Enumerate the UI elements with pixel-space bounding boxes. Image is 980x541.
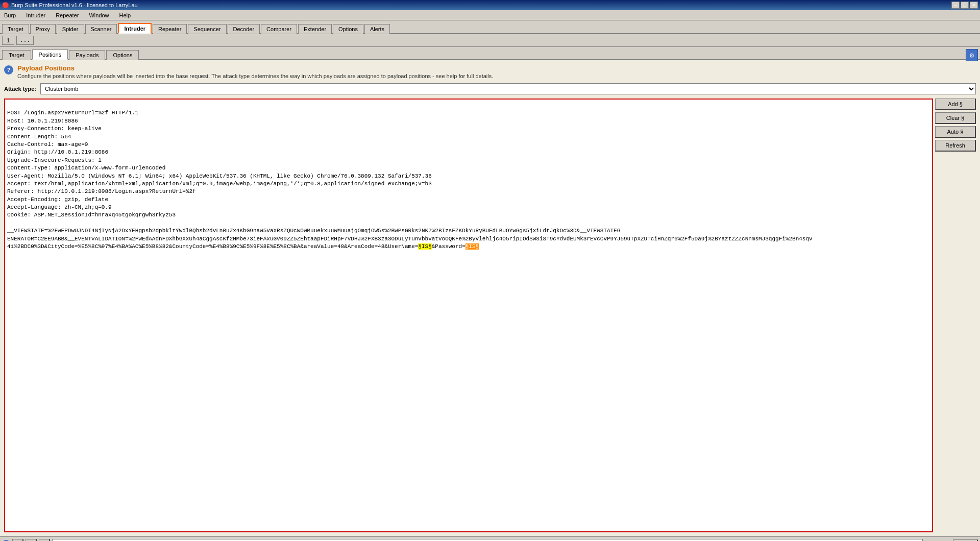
main-tab-bar: Target Proxy Spider Scanner Intruder Rep… [0,20,980,34]
request-line-7: Upgrade-Insecure-Requests: 1 [7,157,102,163]
tab-extender[interactable]: Extender [298,24,332,34]
help-circle[interactable]: ? [4,65,13,75]
payload-positions-title: Payload Positions [17,64,493,72]
request-line-1: POST /Login.aspx?ReturnUrl=%2f HTTP/1.1 [7,110,138,116]
menu-intruder[interactable]: Intruder [24,11,47,19]
clear-section-button[interactable]: Clear § [935,112,976,124]
help-description: Configure the positions where payloads w… [17,73,493,79]
attack-type-row: Attack type: Sniper Battering ram Pitchf… [4,83,976,94]
editor-with-scroll: POST /Login.aspx?ReturnUrl=%2f HTTP/1.1 … [5,100,932,531]
tab-target[interactable]: Target [2,24,29,34]
menu-repeater[interactable]: Repeater [54,11,81,19]
subtab-payloads[interactable]: Payloads [69,50,105,60]
session-bar: 1 ... [0,34,980,47]
title-bar-controls[interactable]: – □ ✕ [951,2,978,9]
nav-last-button[interactable]: ▶| [39,539,50,541]
maximize-button[interactable]: □ [961,2,969,9]
title-bar-title: 🔴 Burp Suite Professional v1.6 - license… [2,2,138,9]
tab-alerts[interactable]: Alerts [364,24,390,34]
request-line-5: Cache-Control: max-age=0 [7,141,88,147]
help-content: Payload Positions Configure the position… [17,64,493,79]
app-icon: 🔴 [2,2,9,9]
tab-repeater[interactable]: Repeater [153,24,187,34]
tab-options[interactable]: Options [333,24,363,34]
menu-help[interactable]: Help [117,11,133,19]
request-line-10: Accept: text/html,application/xhtml+xml,… [7,181,432,187]
tab-sequencer[interactable]: Sequencer [188,24,226,34]
nav-next-button[interactable]: ▶ [26,539,37,541]
password-marker: §IS§ [465,243,479,250]
request-editor[interactable]: POST /Login.aspx?ReturnUrl=%2f HTTP/1.1 … [5,100,932,531]
title-bar: 🔴 Burp Suite Professional v1.6 - license… [0,0,980,10]
tab-decoder[interactable]: Decoder [228,24,260,34]
attack-type-label: Attack type: [4,86,36,92]
refresh-button[interactable]: Refresh [935,140,976,152]
request-line-6: Origin: http://10.0.1.219:8086 [7,149,108,155]
subtab-positions[interactable]: Positions [32,50,68,60]
subtab-options[interactable]: Options [106,50,139,60]
request-editor-wrapper: POST /Login.aspx?ReturnUrl=%2f HTTP/1.1 … [4,99,933,532]
request-line-3: Proxy-Connection: keep-alive [7,126,102,132]
request-line-11: Referer: http://10.0.1.219:8086/Login.as… [7,188,196,194]
menu-bar: Burp Intruder Repeater Window Help [0,10,980,20]
request-line-4: Content-Length: 564 [7,134,71,140]
request-line-14: Cookie: ASP.NET_SessionId=hnraxq45tgokqr… [7,212,176,218]
side-buttons: Add § Clear § Auto § Refresh [935,99,976,532]
request-line-2: Host: 10.0.1.219:8086 [7,118,78,124]
request-line-8: Content-Type: application/x-www-form-url… [7,165,165,171]
username-marker: §IS§ [418,243,431,250]
gear-icon: ⚙ [970,51,974,60]
menu-burp[interactable]: Burp [2,11,18,19]
editor-layout: POST /Login.aspx?ReturnUrl=%2f HTTP/1.1 … [4,99,976,532]
request-line-9: User-Agent: Mozilla/5.0 (Windows NT 6.1;… [7,173,432,179]
tab-intruder[interactable]: Intruder [118,23,152,34]
gear-button[interactable]: ⚙ [966,49,978,61]
add-section-button[interactable]: Add § [935,99,976,110]
minimize-button[interactable]: – [951,2,960,9]
bottom-search-bar: ? ◀ ▶ ▶| 0 matches Clear [0,536,980,541]
close-button[interactable]: ✕ [970,2,978,9]
clear-button[interactable]: Clear [953,539,978,542]
tab-spider[interactable]: Spider [57,24,84,34]
window-title: Burp Suite Professional v1.6 - licensed … [11,2,138,8]
help-row: ? Payload Positions Configure the positi… [4,64,976,79]
tab-comparer[interactable]: Comparer [261,24,297,34]
sub-tab-bar: Target Positions Payloads Options ⚙ [0,47,980,60]
request-line-viewstate: __VIEWSTATE=%2FwEPDwUJNDI4NjIyNjA2DxYEHg… [7,228,813,250]
search-input[interactable] [52,539,923,541]
content-area: ? Payload Positions Configure the positi… [0,60,980,536]
menu-window[interactable]: Window [87,11,111,19]
tab-scanner[interactable]: Scanner [85,24,117,34]
nav-prev-button[interactable]: ◀ [12,539,23,541]
request-line-12: Accept-Encoding: gzip, deflate [7,196,108,203]
auto-section-button[interactable]: Auto § [935,126,976,138]
attack-type-select[interactable]: Sniper Battering ram Pitchfork Cluster b… [40,83,976,94]
tab-proxy[interactable]: Proxy [30,24,56,34]
session-tab-1[interactable]: 1 [2,36,14,45]
session-ellipsis[interactable]: ... [16,36,34,45]
subtab-target[interactable]: Target [2,50,31,60]
request-line-13: Accept-Language: zh-CN,zh;q=0.9 [7,204,112,210]
